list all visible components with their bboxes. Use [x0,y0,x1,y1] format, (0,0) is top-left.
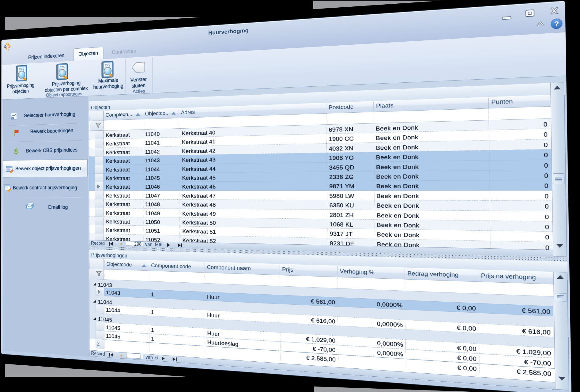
svg-text:?: ? [554,19,559,28]
svg-text:AVG: AVG [12,117,15,119]
